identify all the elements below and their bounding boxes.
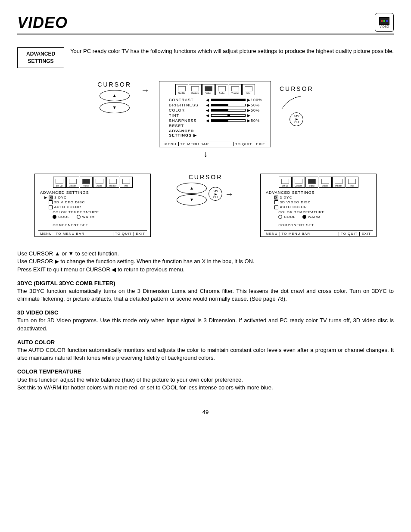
arrow-down-icon: ↓ — [203, 149, 208, 159]
tab-setup[interactable]: Set Up — [279, 177, 292, 188]
item-cool-warm[interactable]: COOL WARM — [270, 215, 373, 219]
menu-footer: MENU TO MENU BAR TO QUIT EXIT — [163, 141, 267, 147]
tab-custom[interactable]: Custom — [189, 84, 202, 95]
foot-exit[interactable]: EXIT — [134, 232, 147, 236]
badge-label: VIDEO — [380, 25, 389, 28]
tab-setup[interactable]: Set Up — [175, 84, 188, 95]
tab-video[interactable]: Video — [202, 84, 215, 95]
foot-toquit: TO QUIT — [113, 232, 134, 236]
adv-l2: SETTINGS — [26, 58, 55, 65]
page-number: 49 — [17, 409, 394, 415]
p-colortemp-a: Use this function adjust the white balan… — [17, 376, 394, 384]
row-reset[interactable]: RESET — [169, 124, 267, 128]
arrow-right-icon: → — [224, 185, 234, 203]
cursor-up-icon[interactable]: ▲ — [100, 90, 130, 101]
menu-footer-l: MENU TO MENU BAR TO QUIT EXIT — [38, 230, 147, 236]
top-row: CURSOR ▲ ▼ → Set Up Custom Video Audio T… — [97, 81, 313, 147]
h-3ddisc: 3D VIDEO DISC — [17, 309, 58, 316]
cursor-down-icon[interactable]: ▼ — [100, 102, 130, 113]
h-autocolor: AUTO COLOR — [17, 339, 55, 345]
video-icon — [379, 17, 389, 25]
fav-ch-button[interactable]: FAV▶CH — [290, 112, 303, 126]
cursor-label: CURSOR — [97, 81, 131, 88]
header: VIDEO VIDEO — [17, 13, 394, 34]
adv-l1: ADVANCED — [26, 50, 55, 58]
foot-exit[interactable]: EXIT — [254, 142, 267, 146]
item-autocolor[interactable]: AUTO COLOR — [270, 205, 373, 209]
tab-setup[interactable]: Set Up — [53, 177, 66, 188]
tab-video[interactable]: Video — [80, 177, 93, 188]
foot-tobar: TO MENU BAR — [280, 232, 312, 236]
row-contrast[interactable]: CONTRAST◀▶100% — [169, 98, 267, 102]
item-3dyc[interactable]: ⊠3 DYC — [270, 196, 373, 199]
tab-row-r: Set Up Custom Video Audio Theater Info — [264, 177, 373, 188]
tab-info[interactable]: Info — [346, 177, 358, 188]
foot-menu[interactable]: MENU — [264, 232, 280, 236]
item-component[interactable]: COMPONENT SET — [44, 223, 147, 227]
foot-tobar: TO MENU BAR — [54, 232, 86, 236]
cursor-up-icon[interactable]: ▲ — [177, 183, 207, 194]
item-3ddisc[interactable]: 3D VIDEO DISC — [44, 200, 147, 204]
adv-menu-right: Set Up Custom Video Audio Theater Info A… — [260, 174, 377, 237]
cursor-label-m: CURSOR — [189, 174, 223, 180]
foot-tobar: TO MENU BAR — [178, 142, 211, 146]
tab-audio[interactable]: Audio — [319, 177, 332, 188]
tab-custom[interactable]: Custom — [66, 177, 79, 188]
tab-video[interactable]: Video — [305, 177, 318, 188]
item-3ddisc[interactable]: 3D VIDEO DISC — [270, 200, 373, 204]
item-colortemp: COLOR TEMPERATURE — [270, 210, 373, 214]
tab-theater[interactable]: Theater — [229, 84, 242, 95]
foot-menu[interactable]: MENU — [163, 142, 178, 146]
p-autocolor: The AUTO COLOR function automatically mo… — [17, 346, 394, 362]
tab-row: Set Up Custom Video Audio Theater Info — [163, 84, 267, 95]
advanced-settings-box: ADVANCED SETTINGS — [17, 47, 64, 68]
mid-column: CURSOR ▲ ▼ FAV▶CH → — [177, 174, 234, 206]
row-tint[interactable]: TINT◀▶ — [169, 113, 267, 118]
tab-info[interactable]: Info — [120, 177, 133, 188]
p-3ddisc: Turn on for 3D Video programs. Use this … — [17, 317, 394, 332]
tab-audio[interactable]: Audio — [93, 177, 106, 188]
item-autocolor[interactable]: AUTO COLOR — [44, 205, 147, 209]
foot-toquit: TO QUIT — [339, 232, 359, 236]
cursor-right-col: CURSOR FAV▶CH — [280, 85, 314, 126]
cursor-up-down: CURSOR ▲ ▼ — [97, 81, 131, 114]
instr-3: Press EXIT to quit menu or CURSOR ◀ to r… — [17, 266, 394, 274]
h-colortemp: COLOR TEMPERATURE — [17, 368, 81, 375]
item-colortemp: COLOR TEMPERATURE — [44, 210, 147, 214]
intro-text: Your PC ready color TV has the following… — [70, 47, 394, 68]
h-3dyc: 3DYC (DIGITAL 3DYC COMB FILTER) — [17, 280, 115, 286]
cursor-down-icon[interactable]: ▼ — [177, 194, 207, 205]
row-advanced[interactable]: ADVANCED — [169, 129, 267, 133]
tab-info[interactable]: Info — [242, 84, 255, 95]
foot-exit[interactable]: EXIT — [359, 232, 373, 236]
p-colortemp-b: Set this to WARM for hotter colors with … — [17, 384, 394, 392]
row-advanced2[interactable]: SETTINGS ▶ — [169, 133, 267, 137]
adv-menu-left: Set Up Custom Video Audio Theater Info A… — [34, 174, 151, 237]
video-badge: VIDEO — [375, 13, 394, 32]
item-cool-warm[interactable]: COOL WARM — [44, 215, 147, 219]
arrow-right-icon: → — [140, 81, 150, 100]
tab-row-l: Set Up Custom Video Audio Theater Info — [38, 177, 147, 188]
row-brightness[interactable]: BRIGHTNESS◀▶50% — [169, 103, 267, 107]
instr-1: Use CURSOR ▲ or ▼ to select function. — [17, 250, 394, 258]
tab-custom[interactable]: Custom — [292, 177, 305, 188]
tab-audio[interactable]: Audio — [215, 84, 228, 95]
adv-title-r: ADVANCED SETTINGS — [266, 190, 373, 195]
item-component[interactable]: COMPONENT SET — [270, 223, 373, 227]
tab-theater[interactable]: Theater — [332, 177, 345, 188]
fav-ch-button[interactable]: FAV▶CH — [209, 187, 222, 201]
row-sharpness[interactable]: SHARPNESS◀▶50% — [169, 118, 267, 123]
foot-menu[interactable]: MENU — [38, 232, 54, 236]
instr-2: Use CURSOR ▶ to change the function sett… — [17, 258, 394, 265]
line-icon — [280, 94, 305, 111]
menu-footer-r: MENU TO MENU BAR TO QUIT EXIT — [264, 230, 373, 236]
adv-title: ADVANCED SETTINGS — [40, 190, 147, 195]
row-color[interactable]: COLOR◀▶50% — [169, 108, 267, 112]
body-text: Use CURSOR ▲ or ▼ to select function. Us… — [17, 250, 394, 392]
p-3dyc: The 3DYC function automatically turns on… — [17, 287, 394, 303]
cursor-label-r: CURSOR — [280, 85, 314, 92]
tab-theater[interactable]: Theater — [106, 177, 119, 188]
item-3dyc[interactable]: ▶ ⊠3 DYC — [44, 196, 147, 199]
intro-row: ADVANCED SETTINGS Your PC ready color TV… — [17, 47, 394, 68]
page-title: VIDEO — [17, 14, 68, 32]
